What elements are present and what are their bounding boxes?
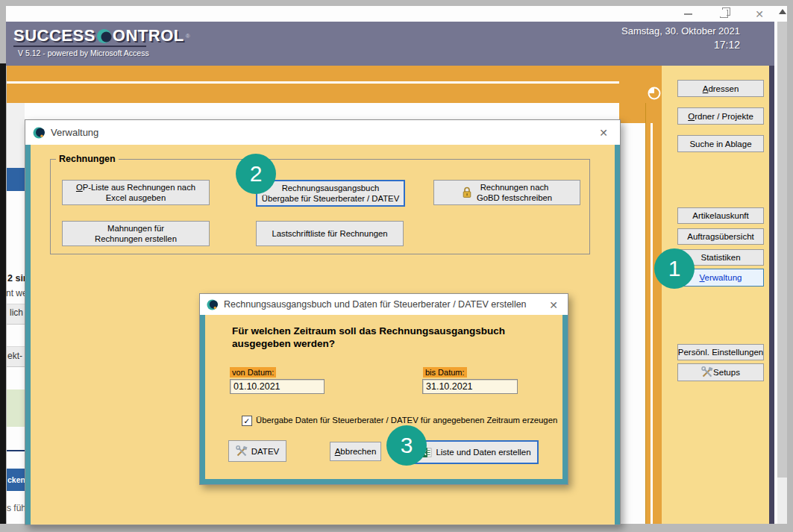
button-label: Adressen <box>703 84 739 93</box>
dialog-close-icon[interactable]: ✕ <box>599 127 608 139</box>
sidebar-right-strip <box>769 66 774 524</box>
bg-text-fragment: ekt- <box>7 351 22 361</box>
callout-number: 2 <box>250 161 263 187</box>
logo-version: V 5.12 - powered by Microsoft Access <box>18 48 149 57</box>
export-dialog-body: Für welchen Zeitraum soll das Rechnungsa… <box>205 315 562 479</box>
sidebar-item-ordner-projekte[interactable]: Ordner / Projekte <box>677 107 764 125</box>
rechnungsausgangsbuch-dialog: Rechnungsausgangsbuch und Daten für Steu… <box>199 293 568 485</box>
button-line: OP-Liste aus Rechnungen nach <box>76 182 195 193</box>
button-label: Statistiken <box>700 253 740 262</box>
question-line-1: Für welchen Zeitraum soll das Rechnungsa… <box>232 325 505 337</box>
close-button[interactable]: ✕ <box>747 6 772 22</box>
lastschriftliste-button[interactable]: Lastschriftliste für Rechnungen <box>256 221 404 246</box>
button-label: Artikelauskunft <box>692 211 748 220</box>
tools-icon <box>701 366 713 378</box>
scrollbar-thumb[interactable] <box>777 22 787 478</box>
mahnungen-erstellen-button[interactable]: Mahnungen für Rechnungen erstellen <box>62 221 210 246</box>
verwaltung-dialog-titlebar[interactable]: Verwaltung ✕ <box>25 120 620 145</box>
question-line-2: ausgegeben werden? <box>232 338 335 349</box>
logo-text-right: ONTROL <box>113 26 184 46</box>
bg-divider-line <box>7 450 25 451</box>
close-icon: ✕ <box>755 9 764 19</box>
checkmark-icon: ✓ <box>244 416 251 425</box>
orange-strip-divider <box>651 123 653 524</box>
toolbar-divider <box>7 81 619 84</box>
gobd-festschreiben-button[interactable]: Rechnungen nach GoBD festschreiben <box>433 180 580 205</box>
button-label: Abbrechen <box>335 447 377 456</box>
button-label: Auftragsübersicht <box>687 232 754 241</box>
app-logo: SUCCESS ONTROL ® <box>13 26 190 46</box>
button-line: Mahnungen für <box>107 223 164 234</box>
button-label: Persönl. Einstellungen <box>678 348 763 357</box>
button-label: Suche in Ablage <box>689 140 751 148</box>
app-header: SUCCESS ONTROL ® V 5.12 - powered by Mic… <box>6 22 774 66</box>
header-time: 17:12 <box>714 39 740 51</box>
app-logo-icon <box>33 127 45 139</box>
logo-registered-mark: ® <box>186 33 190 40</box>
button-label: Liste und Daten erstellen <box>436 448 530 457</box>
tools-icon <box>236 445 248 457</box>
datev-checkbox[interactable]: ✓ <box>242 416 252 426</box>
liste-und-daten-erstellen-button[interactable]: Liste und Daten erstellen <box>413 440 539 464</box>
button-line: Übergabe für Steuerberater / DATEV <box>262 193 399 204</box>
bg-gray-band <box>7 103 25 168</box>
restore-button[interactable] <box>711 6 736 22</box>
bg-blue-bar <box>7 168 25 191</box>
sidebar-item-persoenliche-einstellungen[interactable]: Persönl. Einstellungen <box>677 344 764 360</box>
von-datum-label: von Datum: <box>230 367 276 378</box>
sidebar-item-setups[interactable]: Setups <box>677 363 764 381</box>
scroll-up-arrow-icon[interactable] <box>779 9 786 14</box>
bg-text-fragment: lich <box>10 307 23 318</box>
button-label: DATEV <box>251 447 280 456</box>
dialog-close-icon[interactable]: ✕ <box>549 299 558 311</box>
button-line: Rechnungen erstellen <box>95 234 177 244</box>
button-label: Verwaltung <box>700 273 742 282</box>
minimize-icon <box>684 13 692 15</box>
button-line: Lastschriftliste für Rechnungen <box>272 228 387 239</box>
os-titlebar <box>6 6 787 22</box>
logo-underline <box>13 46 146 47</box>
von-datum-input[interactable] <box>230 379 325 394</box>
bg-green-block <box>7 389 25 427</box>
bg-blue-button-fragment[interactable]: cken S <box>7 469 25 491</box>
button-label: Rechnungen nach GoBD festschreiben <box>477 182 552 203</box>
app-window: ✕ SUCCESS ONTROL ® V 5.12 - powered by M… <box>0 0 793 532</box>
op-liste-excel-button[interactable]: OP-Liste aus Rechnungen nach Excel ausge… <box>62 180 210 205</box>
left-edge-strip <box>0 63 6 524</box>
sidebar-item-suche-in-ablage[interactable]: Suche in Ablage <box>677 135 764 152</box>
dialog-title: Verwaltung <box>51 127 98 138</box>
export-dialog-titlebar[interactable]: Rechnungsausgangsbuch und Daten für Steu… <box>200 294 568 315</box>
minimize-button[interactable] <box>675 6 700 22</box>
callout-step-2: 2 <box>236 154 276 194</box>
sidebar-item-adressen[interactable]: Adressen <box>677 80 764 97</box>
button-line: Rechnungsausgangsbuch <box>282 183 380 193</box>
toolbar-orange-band <box>7 66 662 103</box>
bis-datum-label: bis Datum: <box>423 367 467 378</box>
bg-text-fragment: s füh <box>7 503 26 513</box>
button-line: Excel ausgeben <box>106 193 166 203</box>
abbrechen-button[interactable]: Abbrechen <box>330 442 381 461</box>
datev-button[interactable]: DATEV <box>228 440 286 462</box>
button-line: GoBD festschreiben <box>477 193 552 203</box>
restore-icon <box>720 10 728 18</box>
callout-step-3: 3 <box>386 425 427 466</box>
button-label: Setups <box>713 368 740 377</box>
header-date: Samstag, 30. Oktober 2021 <box>621 25 740 37</box>
orange-right-strip <box>645 103 662 524</box>
button-line: Rechnungen nach <box>477 182 552 193</box>
scrollbar[interactable] <box>777 22 787 524</box>
pie-clock-icon[interactable] <box>647 86 662 101</box>
lock-icon <box>462 187 472 198</box>
rechnungsausgangsbuch-datev-button[interactable]: Rechnungsausgangsbuch Übergabe für Steue… <box>256 180 405 207</box>
callout-number: 3 <box>401 433 413 458</box>
bis-datum-input[interactable] <box>422 379 518 394</box>
logo-text-left: SUCCESS <box>13 26 95 46</box>
sidebar-item-artikelauskunft[interactable]: Artikelauskunft <box>677 207 764 224</box>
callout-number: 1 <box>668 256 681 281</box>
sidebar-item-auftragsuebersicht[interactable]: Auftragsübersicht <box>677 228 764 245</box>
app-logo-icon <box>207 299 218 310</box>
logo-c-icon <box>96 28 112 44</box>
dialog-title: Rechnungsausgangsbuch und Daten für Steu… <box>224 299 527 310</box>
rechnungen-group-label: Rechnungen <box>56 154 119 164</box>
datev-checkbox-label: Übergabe Daten für Steuerberater / DATEV… <box>256 416 557 425</box>
